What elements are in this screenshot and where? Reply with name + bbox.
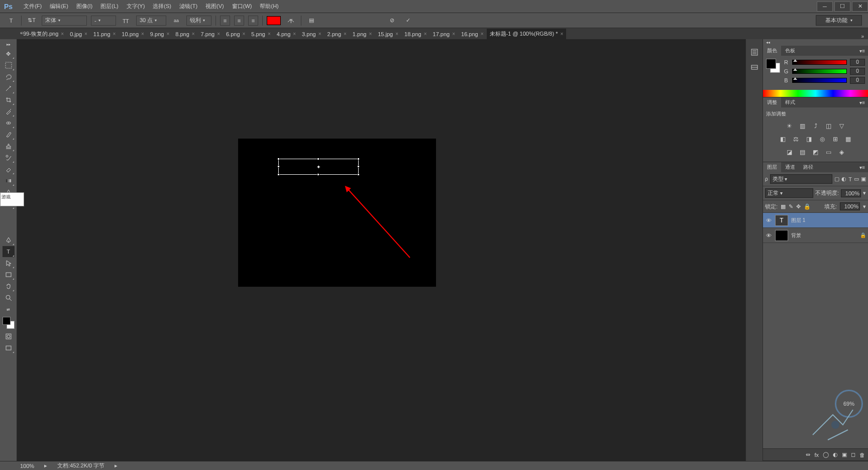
curves-icon[interactable]: ⤴ <box>811 122 820 131</box>
workspace-switcher[interactable]: 基本功能▾ <box>816 15 862 26</box>
document-tab[interactable]: 未标题-1 @ 100%(RGB/8) *× <box>487 29 567 39</box>
handle-mid-left[interactable] <box>277 165 280 168</box>
filter-shape-icon[interactable]: ▭ <box>854 176 859 182</box>
document-tab[interactable]: 15.jpg× <box>375 29 401 39</box>
document-tab[interactable]: 99-恢复的.png× <box>20 29 67 39</box>
status-expand-icon[interactable]: ▸ <box>44 462 47 469</box>
tab-close-icon[interactable]: × <box>560 31 563 37</box>
layers-panel-menu[interactable]: ▾≡ <box>856 165 868 170</box>
antialias-select[interactable]: 锐利▾ <box>186 16 211 26</box>
handle-bottom-right[interactable] <box>357 173 360 176</box>
tab-swatches[interactable]: 色板 <box>781 46 799 56</box>
filter-image-icon[interactable]: ▢ <box>834 176 839 182</box>
tab-adjustments[interactable]: 调整 <box>763 97 781 107</box>
hue-icon[interactable]: ◧ <box>779 135 788 144</box>
document-tab[interactable]: 2.png× <box>324 29 349 39</box>
document-canvas[interactable]: ✦ <box>238 139 436 287</box>
tab-close-icon[interactable]: × <box>166 31 169 37</box>
tab-close-icon[interactable]: × <box>369 31 372 37</box>
menu-image[interactable]: 图像(I) <box>72 3 96 10</box>
properties-panel-icon[interactable] <box>748 61 761 73</box>
menu-help[interactable]: 帮助(H) <box>256 3 282 10</box>
handle-top-left[interactable] <box>277 158 280 160</box>
tab-layers[interactable]: 图层 <box>763 162 781 172</box>
canvas-area[interactable]: ✦ <box>17 39 745 461</box>
lock-all-icon[interactable]: 🔒 <box>804 203 811 210</box>
layer-item[interactable]: 👁背景🔒 <box>763 228 868 243</box>
healing-tool[interactable] <box>3 118 15 129</box>
layer-filter-select[interactable]: 类型 ▾ <box>770 174 833 184</box>
hand-tool[interactable] <box>3 281 15 292</box>
type-tool[interactable]: T <box>3 246 15 257</box>
brightness-icon[interactable]: ☀ <box>785 122 794 131</box>
delete-layer-icon[interactable]: 🗑 <box>859 452 865 458</box>
new-layer-icon[interactable]: ◻ <box>851 451 855 458</box>
selective-icon[interactable]: ◈ <box>837 148 846 157</box>
zoom-tool[interactable] <box>3 292 15 303</box>
quickmask-tool[interactable] <box>3 331 15 342</box>
r-value[interactable]: 0 <box>850 59 865 66</box>
align-left-button[interactable]: ≡ <box>220 16 230 26</box>
r-slider[interactable] <box>792 60 847 65</box>
layer-visibility-icon[interactable]: 👁 <box>765 217 772 223</box>
tab-close-icon[interactable]: × <box>192 31 195 37</box>
minimize-button[interactable]: ─ <box>817 2 833 12</box>
tab-close-icon[interactable]: × <box>113 31 116 37</box>
document-tab[interactable]: 7.png× <box>198 29 223 39</box>
menu-edit[interactable]: 编辑(E) <box>46 3 72 10</box>
history-panel-icon[interactable] <box>748 46 761 58</box>
tool-preset-icon[interactable]: T <box>5 15 17 27</box>
tabs-overflow-left[interactable]: « <box>20 30 23 36</box>
gradient-map-icon[interactable]: ▭ <box>824 148 833 157</box>
panels-collapse[interactable]: ◂◂ <box>763 39 868 46</box>
bw-icon[interactable]: ◨ <box>805 135 814 144</box>
font-style-select[interactable]: -▾ <box>91 16 116 26</box>
tab-paths[interactable]: 路径 <box>799 162 817 172</box>
filter-type-icon[interactable]: T <box>848 176 852 182</box>
tab-close-icon[interactable]: × <box>452 31 455 37</box>
layer-group-icon[interactable]: ▣ <box>842 451 847 458</box>
pen-tool[interactable] <box>3 234 15 246</box>
invert-icon[interactable]: ◪ <box>785 148 794 157</box>
marquee-tool[interactable] <box>3 60 15 71</box>
tab-close-icon[interactable]: × <box>141 31 144 37</box>
document-tab[interactable]: 0.jpg× <box>67 29 90 39</box>
adjustments-panel-menu[interactable]: ▾≡ <box>856 100 868 105</box>
document-tab[interactable]: 1.png× <box>350 29 375 39</box>
handle-top-right[interactable] <box>357 158 360 160</box>
stamp-tool[interactable] <box>3 141 15 152</box>
color-spectrum[interactable] <box>763 90 868 97</box>
zoom-level[interactable]: 100% <box>20 463 34 469</box>
g-slider[interactable] <box>792 69 847 74</box>
font-family-select[interactable]: 宋体▾ <box>42 16 87 26</box>
levels-icon[interactable]: ▥ <box>798 122 807 131</box>
document-tab[interactable]: 6.png× <box>223 29 248 39</box>
lasso-tool[interactable] <box>3 71 15 82</box>
history-brush-tool[interactable] <box>3 152 15 163</box>
tab-close-icon[interactable]: × <box>395 31 398 37</box>
document-tab[interactable]: 18.png× <box>401 29 430 39</box>
tab-close-icon[interactable]: × <box>424 31 427 37</box>
opacity-flyout[interactable]: ▾ <box>863 190 866 196</box>
eraser-tool[interactable] <box>3 164 15 175</box>
threshold-icon[interactable]: ◩ <box>811 148 820 157</box>
menu-type[interactable]: 文字(Y) <box>123 3 149 10</box>
g-value[interactable]: 0 <box>850 68 865 75</box>
handle-bottom-left[interactable] <box>277 173 280 176</box>
cancel-icon[interactable]: ⊘ <box>386 15 398 27</box>
eyedropper-tool[interactable] <box>3 106 15 117</box>
character-panel-icon[interactable]: ▤ <box>305 15 317 27</box>
warp-text-icon[interactable]: T <box>285 15 297 27</box>
close-button[interactable]: ✕ <box>852 2 868 12</box>
handle-bottom-center[interactable] <box>317 173 319 176</box>
opacity-input[interactable]: 100% <box>841 189 861 197</box>
menu-filter[interactable]: 滤镜(T) <box>175 3 201 10</box>
tab-styles[interactable]: 样式 <box>781 97 799 107</box>
brush-tool[interactable] <box>3 129 15 140</box>
layer-name[interactable]: 图层 1 <box>791 217 805 224</box>
doc-info-flyout[interactable]: ▸ <box>115 462 118 469</box>
adjustment-layer-icon[interactable]: ◐ <box>833 451 838 458</box>
b-slider[interactable] <box>792 78 847 83</box>
fill-flyout[interactable]: ▾ <box>863 203 866 210</box>
tool-swap-icon[interactable]: ⇄ <box>3 304 15 315</box>
